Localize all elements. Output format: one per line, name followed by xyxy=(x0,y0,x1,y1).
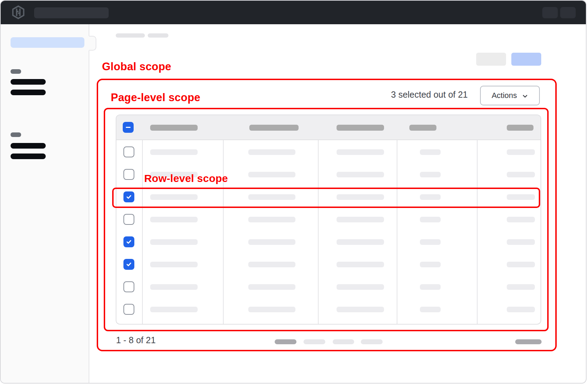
page-scope-annotation: Page-level scope xyxy=(111,91,200,104)
sidebar-active-item-skeleton[interactable] xyxy=(11,37,84,48)
row-checkbox[interactable] xyxy=(123,169,134,180)
table-row xyxy=(116,253,541,276)
row-scope-annotation: Row-level scope xyxy=(144,172,228,184)
check-icon xyxy=(126,261,132,267)
cell-skeleton xyxy=(420,284,441,290)
cell-skeleton xyxy=(248,149,295,155)
sidebar-item-skeleton[interactable] xyxy=(11,79,46,85)
pagination-page-skeleton[interactable] xyxy=(303,339,325,344)
indeterminate-icon xyxy=(125,124,131,130)
selection-status: 3 selected out of 21 xyxy=(317,90,468,100)
cell-skeleton xyxy=(420,307,441,312)
sidebar xyxy=(1,24,89,384)
sidebar-item-skeleton[interactable] xyxy=(11,90,46,95)
row-checkbox[interactable] xyxy=(123,214,134,225)
table-row xyxy=(116,298,541,321)
cell-skeleton xyxy=(420,217,441,222)
sidebar-section-label-skeleton xyxy=(11,132,21,137)
sidebar-item-skeleton[interactable] xyxy=(11,154,46,159)
table-row xyxy=(116,208,541,231)
sidebar-item-skeleton[interactable] xyxy=(11,143,46,149)
cell-skeleton xyxy=(507,284,535,290)
cell-skeleton xyxy=(507,307,535,312)
cell-skeleton xyxy=(420,262,441,267)
cell-skeleton xyxy=(248,284,295,290)
breadcrumb-skeleton xyxy=(116,33,145,38)
cell-skeleton xyxy=(507,172,535,177)
cell-skeleton xyxy=(248,262,295,267)
pagination-next-skeleton[interactable] xyxy=(515,339,542,344)
top-nav-bar xyxy=(1,1,586,24)
row-checkbox[interactable] xyxy=(123,281,134,292)
actions-dropdown-button[interactable]: Actions xyxy=(480,86,540,105)
cell-skeleton xyxy=(150,217,198,222)
cell-skeleton xyxy=(420,239,441,245)
topbar-action-skeleton[interactable] xyxy=(560,7,576,18)
primary-button-skeleton[interactable] xyxy=(511,53,541,66)
cell-skeleton xyxy=(150,149,198,155)
column-header-skeleton xyxy=(249,125,299,131)
cell-skeleton xyxy=(337,217,384,222)
cell-skeleton xyxy=(507,217,535,222)
row-checkbox[interactable] xyxy=(123,146,134,157)
cell-skeleton xyxy=(337,172,384,177)
column-header-skeleton xyxy=(150,125,198,131)
row-checkbox[interactable] xyxy=(123,259,134,270)
data-table xyxy=(116,115,541,325)
cell-skeleton xyxy=(248,307,295,312)
cell-skeleton xyxy=(337,239,384,245)
column-header-skeleton xyxy=(337,125,384,131)
row-scope-outline xyxy=(112,188,540,208)
cell-skeleton xyxy=(337,262,384,267)
cell-skeleton xyxy=(337,284,384,290)
table-header-row xyxy=(116,115,541,140)
cell-skeleton xyxy=(248,217,295,222)
column-header-skeleton xyxy=(409,125,436,131)
cell-skeleton xyxy=(507,149,535,155)
cell-skeleton xyxy=(150,239,198,245)
cell-skeleton xyxy=(507,239,535,245)
global-scope-annotation: Global scope xyxy=(102,60,171,73)
table-row xyxy=(116,141,541,163)
row-checkbox[interactable] xyxy=(123,304,134,315)
breadcrumb-skeleton xyxy=(148,33,168,38)
table-row xyxy=(116,276,541,298)
cell-skeleton xyxy=(248,172,295,177)
sidebar-collapse-handle[interactable] xyxy=(89,36,96,51)
chevron-down-icon xyxy=(522,93,528,99)
cell-skeleton xyxy=(248,239,295,245)
cell-skeleton xyxy=(420,149,441,155)
cell-skeleton xyxy=(507,262,535,267)
app-window: Global scope Page-level scope 3 selected… xyxy=(0,0,587,384)
actions-button-label: Actions xyxy=(492,91,517,100)
cell-skeleton xyxy=(420,172,441,177)
pagination-prev-skeleton[interactable] xyxy=(275,339,296,344)
cell-skeleton xyxy=(150,262,198,267)
check-icon xyxy=(126,239,132,245)
pagination-page-skeleton[interactable] xyxy=(361,339,383,344)
table-row xyxy=(116,231,541,253)
column-header-skeleton xyxy=(507,125,533,131)
sidebar-section-label-skeleton xyxy=(11,69,21,74)
row-checkbox[interactable] xyxy=(123,236,134,247)
search-input-skeleton[interactable] xyxy=(34,7,109,18)
cell-skeleton xyxy=(337,307,384,312)
hashicorp-logo-icon xyxy=(11,5,25,19)
topbar-action-skeleton[interactable] xyxy=(542,7,558,18)
pagination-page-skeleton[interactable] xyxy=(333,339,354,344)
pagination-range-label: 1 - 8 of 21 xyxy=(116,335,156,345)
secondary-button-skeleton[interactable] xyxy=(476,53,506,66)
select-all-checkbox[interactable] xyxy=(123,122,134,133)
cell-skeleton xyxy=(337,149,384,155)
cell-skeleton xyxy=(150,307,198,312)
table-body xyxy=(116,141,541,321)
cell-skeleton xyxy=(150,284,198,290)
